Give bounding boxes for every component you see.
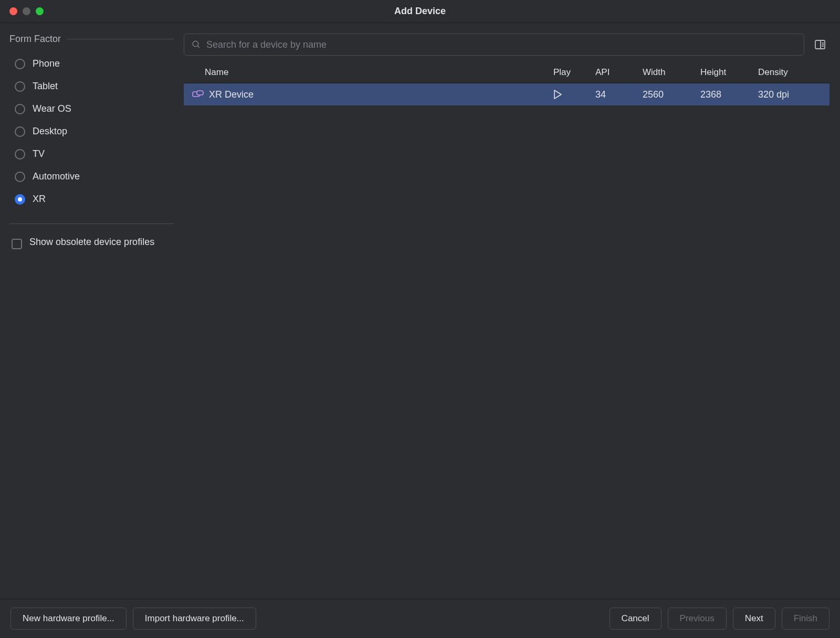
radio-label: TV [33, 148, 45, 160]
form-factor-wear-os[interactable]: Wear OS [9, 99, 174, 119]
column-header-width[interactable]: Width [643, 67, 700, 78]
xr-device-icon [192, 90, 204, 99]
table-row[interactable]: XR Device 34 2560 2368 320 dpi [184, 83, 830, 105]
svg-line-1 [197, 46, 200, 48]
new-hardware-profile-button[interactable]: New hardware profile... [10, 608, 127, 630]
column-header-name[interactable]: Name [192, 67, 553, 78]
column-header-density[interactable]: Density [758, 67, 821, 78]
next-button[interactable]: Next [733, 608, 775, 630]
form-factor-phone[interactable]: Phone [9, 54, 174, 73]
checkbox-label: Show obsolete device profiles [29, 237, 154, 248]
form-factor-desktop[interactable]: Desktop [9, 122, 174, 141]
radio-icon [15, 81, 25, 92]
form-factor-title: Form Factor [9, 34, 61, 45]
radio-icon [15, 104, 25, 114]
radio-icon [15, 126, 25, 137]
window-controls [0, 7, 44, 15]
device-density: 320 dpi [758, 89, 821, 100]
close-window-button[interactable] [9, 7, 17, 15]
radio-label: Tablet [33, 81, 58, 92]
device-name: XR Device [209, 89, 254, 100]
form-factor-tablet[interactable]: Tablet [9, 77, 174, 96]
radio-label: Automotive [33, 171, 80, 182]
device-width: 2560 [643, 89, 700, 100]
svg-point-0 [193, 41, 198, 47]
divider [9, 224, 174, 224]
previous-button[interactable]: Previous [668, 608, 727, 630]
svg-rect-8 [197, 91, 203, 95]
column-header-api[interactable]: API [595, 67, 643, 78]
checkbox-icon [12, 239, 22, 249]
finish-button[interactable]: Finish [782, 608, 830, 630]
search-icon [192, 40, 201, 49]
radio-label: Phone [33, 58, 60, 69]
import-hardware-profile-button[interactable]: Import hardware profile... [133, 608, 256, 630]
minimize-window-button[interactable] [23, 7, 30, 15]
cancel-button[interactable]: Cancel [610, 608, 662, 630]
radio-label: Desktop [33, 126, 67, 137]
radio-icon [15, 149, 25, 160]
maximize-window-button[interactable] [36, 7, 44, 15]
table-header: Name Play API Width Height Density [184, 62, 830, 83]
details-panel-toggle[interactable] [811, 35, 830, 54]
form-factor-automotive[interactable]: Automotive [9, 167, 174, 186]
radio-label: XR [33, 194, 46, 205]
form-factor-tv[interactable]: TV [9, 144, 174, 164]
search-input[interactable] [206, 39, 796, 50]
radio-icon [15, 194, 25, 205]
form-factor-header: Form Factor [9, 34, 174, 45]
play-store-icon [553, 89, 563, 100]
device-height: 2368 [700, 89, 758, 100]
form-factor-xr[interactable]: XR [9, 189, 174, 209]
main-panel: Name Play API Width Height Density [184, 23, 840, 599]
device-table-body: XR Device 34 2560 2368 320 dpi [184, 83, 830, 599]
radio-icon [15, 59, 25, 69]
column-header-play[interactable]: Play [553, 67, 595, 78]
search-box[interactable] [184, 34, 804, 56]
device-api: 34 [595, 89, 643, 100]
radio-icon [15, 172, 25, 182]
sidebar: Form Factor Phone Tablet Wear OS Desktop [0, 23, 184, 599]
show-obsolete-checkbox[interactable]: Show obsolete device profiles [9, 237, 174, 249]
window-title: Add Device [394, 6, 446, 17]
titlebar: Add Device [0, 0, 840, 23]
divider [67, 39, 174, 39]
radio-label: Wear OS [33, 103, 71, 114]
footer: New hardware profile... Import hardware … [0, 599, 840, 638]
column-header-height[interactable]: Height [700, 67, 758, 78]
